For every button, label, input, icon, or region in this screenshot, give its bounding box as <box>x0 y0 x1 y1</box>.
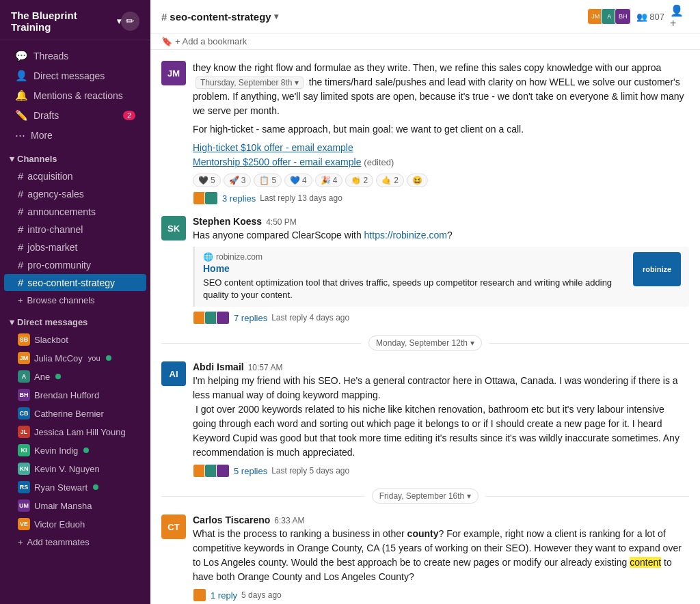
channel-title[interactable]: # seo-content-strategy ▾ <box>161 11 278 23</box>
link-preview-title[interactable]: Home <box>203 263 625 274</box>
divider-line <box>489 343 689 344</box>
site-icon: 🌐 <box>203 252 213 262</box>
channel-item-acquisition[interactable]: # acquisition <box>4 167 146 184</box>
add-teammates[interactable]: + Add teammates <box>4 534 146 550</box>
channel-hash: # <box>18 188 23 200</box>
member-avatars[interactable]: JM A BH <box>590 8 631 25</box>
link-preview: 🌐 robinize.com Home SEO content optimiza… <box>193 247 689 307</box>
channel-item-jobs[interactable]: # jobs-market <box>4 238 146 256</box>
link-2[interactable]: Mentorship $2500 offer - email example <box>193 156 361 167</box>
dm-name: Kevin V. Nguyen <box>34 464 100 474</box>
avatar: KI <box>18 444 30 456</box>
channel-item-intro[interactable]: # intro-channel <box>4 221 146 238</box>
messages-area[interactable]: JM they know the right flow and formulae… <box>150 50 700 604</box>
sidebar-item-threads[interactable]: 💬 Threads <box>4 46 146 66</box>
dm-item-catherine[interactable]: CB Catherine Bernier <box>4 404 146 422</box>
link-1[interactable]: High-ticket $10k offer - email example <box>193 142 353 153</box>
thread-info[interactable]: 1 reply 5 days ago <box>193 588 689 602</box>
reaction[interactable]: 🎉 4 <box>315 174 343 187</box>
dm-item-kevin-indig[interactable]: KI Kevin Indig <box>4 441 146 459</box>
thread-info[interactable]: 5 replies Last reply 5 days ago <box>193 464 689 478</box>
channel-item-seo[interactable]: # seo-content-strategy <box>4 274 146 291</box>
divider-line <box>485 496 689 497</box>
dm-item-jessica[interactable]: JL Jessica Lam Hill Young <box>4 423 146 441</box>
channel-item-pro[interactable]: # pro-community <box>4 256 146 273</box>
browse-channels[interactable]: + Browse channels <box>4 292 146 308</box>
dm-item-ane[interactable]: A Ane <box>4 368 146 385</box>
date-pill[interactable]: Friday, September 16th ▾ <box>372 489 479 504</box>
sidebar-item-more[interactable]: ⋯ More <box>4 126 146 145</box>
reaction[interactable]: 🚀 3 <box>224 174 252 187</box>
compose-button[interactable]: ✏ <box>121 12 139 31</box>
channel-hash-icon: # <box>161 11 167 23</box>
channel-hash: # <box>18 277 23 288</box>
highlight: content <box>261 290 291 300</box>
date-divider-monday: Monday, September 12th ▾ <box>150 330 700 356</box>
avatar: RS <box>18 481 30 493</box>
member-count[interactable]: 👥 807 <box>636 12 664 22</box>
dm-item-umair[interactable]: UM Umair Mansha <box>4 497 146 514</box>
reaction[interactable]: 📋 5 <box>254 174 282 187</box>
channel-item-agency-sales[interactable]: # agency-sales <box>4 185 146 202</box>
avatar: JL <box>18 426 30 438</box>
thread-avatar <box>216 311 230 325</box>
sidebar-item-drafts[interactable]: ✏️ Drafts 2 <box>4 106 146 125</box>
workspace-name[interactable]: The Blueprint Training ▾ <box>11 10 121 33</box>
drafts-icon: ✏️ <box>15 109 28 122</box>
dm-name: Victor Eduoh <box>34 519 85 530</box>
dm-item-julia[interactable]: JM Julia McCoy you <box>4 349 146 367</box>
reaction[interactable]: 🖤 5 <box>193 174 221 187</box>
message-content: they know the right flow and formulae as… <box>193 61 689 205</box>
message-time: 4:50 PM <box>266 217 297 227</box>
bookmark-bar[interactable]: 🔖 + Add a bookmark <box>150 33 700 50</box>
thread-info[interactable]: 3 replies Last reply 13 days ago <box>193 191 689 205</box>
more-icon: ⋯ <box>15 129 25 141</box>
threads-label: Threads <box>33 51 68 61</box>
dm-section[interactable]: ▾ Direct messages <box>0 309 150 330</box>
thread-info[interactable]: 7 replies Last reply 4 days ago <box>193 311 689 325</box>
reply-count: 7 replies <box>234 313 267 323</box>
add-member-button[interactable]: 👤+ <box>670 7 689 26</box>
channel-item-announcements[interactable]: # announcements <box>4 203 146 220</box>
channel-hash: # <box>18 241 23 253</box>
robinize-link[interactable]: https://robinize.com <box>364 230 447 241</box>
sidebar-item-direct-messages[interactable]: 👤 Direct messages <box>4 66 146 85</box>
paragraph-2: For high-ticket - same approach, but mai… <box>193 122 689 137</box>
avatar: CT <box>161 514 186 539</box>
message-time: 10:57 AM <box>248 363 283 372</box>
reaction[interactable]: 👏 2 <box>345 174 373 187</box>
dm-item-slackbot[interactable]: SB Slackbot <box>4 331 146 348</box>
message-text: they know the right flow and formulae as… <box>193 61 689 118</box>
reactions: 🖤 5 🚀 3 📋 5 💙 4 🎉 4 👏 2 🤙 2 😆 <box>193 174 689 187</box>
sidebar: The Blueprint Training ▾ ✏ 💬 Threads 👤 D… <box>0 0 150 604</box>
reply-count: 3 replies <box>222 193 256 204</box>
date-text: Monday, September 12th <box>376 338 468 348</box>
channel-hash: # <box>18 223 23 235</box>
avatar: BH <box>18 389 30 401</box>
date-pill[interactable]: Monday, September 12th ▾ <box>368 335 482 351</box>
reaction[interactable]: 💙 4 <box>284 174 312 187</box>
dm-item-brendan[interactable]: BH Brendan Hufford <box>4 386 146 404</box>
add-icon: + <box>18 537 23 547</box>
sidebar-item-mentions[interactable]: 🔔 Mentions & reactions <box>4 86 146 105</box>
drafts-badge: 2 <box>123 111 135 120</box>
more-label: More <box>31 130 53 141</box>
message-header: Stephen Koess 4:50 PM <box>193 216 689 227</box>
avatar: BH <box>615 8 631 25</box>
reaction[interactable]: 🤙 2 <box>376 174 404 187</box>
site-name: robinize.com <box>216 252 262 262</box>
people-icon: 👥 <box>636 12 647 22</box>
dm-icon: 👤 <box>15 70 28 82</box>
dm-item-victor[interactable]: VE Victor Eduoh <box>4 515 146 533</box>
message-time: 6:33 AM <box>274 516 304 525</box>
dm-item-kevin-nguyen[interactable]: KN Kevin V. Nguyen <box>4 460 146 478</box>
avatar: JM <box>161 61 186 85</box>
bold-county: county <box>407 528 439 539</box>
reaction[interactable]: 😆 <box>407 174 428 187</box>
dm-item-ryan[interactable]: RS Ryan Stewart <box>4 478 146 496</box>
you-label: you <box>88 354 100 362</box>
last-reply: 5 days ago <box>241 590 282 600</box>
channel-chevron-icon: ▾ <box>274 12 278 21</box>
bookmark-icon: 🔖 <box>161 36 172 46</box>
channels-section[interactable]: ▾ Channels <box>0 146 150 167</box>
